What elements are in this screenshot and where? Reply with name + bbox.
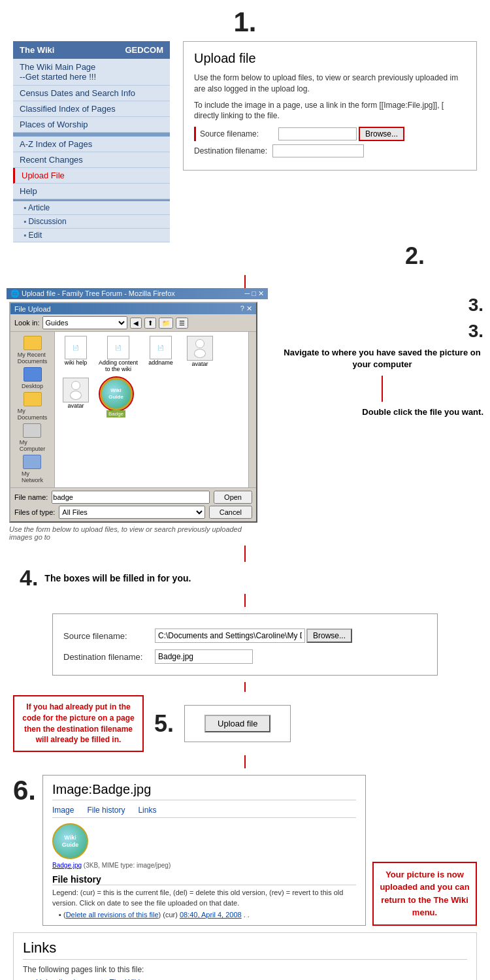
step3-right-annots: 3. 3. Navigate to where you have saved t…: [268, 288, 483, 542]
wiki-guide-badge-icon: WikiGuide: [52, 823, 88, 859]
source-input[interactable]: [278, 127, 357, 140]
step4-num: 4.: [20, 565, 38, 591]
step2-area: 2.: [13, 249, 477, 275]
my-computer-item[interactable]: MyComputer: [20, 423, 46, 452]
filetype-select[interactable]: All Files: [59, 506, 204, 519]
dialog-body: My RecentDocuments Desktop MyDocuments M…: [10, 332, 256, 487]
file-avatar2[interactable]: avatar: [59, 378, 93, 417]
file-addname[interactable]: 📄 addname: [144, 336, 178, 372]
connector-4: [244, 682, 246, 692]
file-dialog-outer: 🌐 Upload file - Family Tree Forum - Mozi…: [7, 288, 268, 542]
date-link[interactable]: 08:40, April 4, 2008: [180, 911, 242, 919]
step2-number: 2.: [405, 242, 425, 270]
connector-2: [244, 546, 246, 562]
file-badge[interactable]: WikiGuide Badge: [98, 378, 134, 417]
badge-link[interactable]: Badge.jpg: [52, 862, 82, 869]
upload-file-button[interactable]: Upload file: [204, 715, 270, 732]
back-btn[interactable]: ◀: [130, 318, 142, 329]
links-title: Links: [23, 939, 467, 960]
content-scrollbar[interactable]: [248, 332, 256, 487]
file-avatar1[interactable]: avatar: [183, 336, 217, 372]
browser-controls: ─ □ ✕: [244, 289, 264, 298]
dbl-click-annot: Double click the file you want.: [362, 407, 483, 417]
source-filled-input[interactable]: [155, 629, 305, 643]
filled-form: Source filename: Browse... Destination f…: [52, 613, 438, 676]
connector-5: [244, 755, 246, 768]
upload-panel: Upload file Use the form below to upload…: [183, 41, 477, 171]
up-btn[interactable]: ⬆: [144, 318, 156, 329]
dialog-inner-titlebar: File Upload ? ✕: [10, 303, 256, 314]
step6-annot: Your picture is now uploaded and you can…: [372, 862, 477, 926]
sidebar-item-az[interactable]: A-Z Index of Pages: [13, 137, 170, 152]
history-item: ▪ (Delete all revisions of this file) (c…: [59, 911, 356, 919]
step6-tabs: Image File history Links: [52, 806, 356, 818]
recent-docs-item[interactable]: My RecentDocuments: [18, 336, 48, 365]
sidebar-item-edit[interactable]: Edit: [13, 229, 170, 242]
sidebar-item-worship[interactable]: Places of Worship: [13, 117, 170, 133]
sidebar-item-main[interactable]: The Wiki Main Page--Get started here !!!: [13, 59, 170, 86]
dialog-toolbar: Look in: Guides ◀ ⬆ 📁 ☰: [10, 314, 256, 332]
my-docs-item[interactable]: MyDocuments: [18, 392, 48, 421]
sidebar: The Wiki GEDCOM The Wiki Main Page--Get …: [13, 41, 170, 242]
delete-link[interactable]: Delete all revisions of this file: [66, 911, 159, 919]
browse-filled-btn[interactable]: Browse...: [306, 629, 352, 643]
sidebar-item-census[interactable]: Census Dates and Search Info: [13, 86, 170, 101]
file-upload-dialog: File Upload ? ✕ Look in: Guides ◀ ⬆ 📁 ☰: [9, 302, 257, 523]
browser-titlebar: 🌐 Upload file - Family Tree Forum - Mozi…: [7, 288, 268, 299]
view-btn[interactable]: ☰: [176, 318, 188, 329]
step1-number: 1.: [233, 7, 256, 37]
file-wikihelp[interactable]: 📄 wiki help: [59, 336, 93, 372]
step5-row: If you had already put in the code for t…: [13, 695, 477, 752]
cancel-btn[interactable]: Cancel: [209, 506, 252, 519]
browse-button[interactable]: Browse...: [359, 127, 404, 141]
my-network-item[interactable]: MyNetwork: [22, 455, 43, 483]
filename-input[interactable]: [52, 491, 210, 504]
sidebar-item-discussion[interactable]: Discussion: [13, 215, 170, 229]
upload-para1: Use the form below to upload files, to v…: [194, 73, 466, 95]
dialog-win-btns[interactable]: ? ✕: [240, 304, 252, 313]
sidebar-item-article[interactable]: Article: [13, 201, 170, 215]
badge-link-label[interactable]: Badge.jpg (3KB, MIME type: image/jpeg): [52, 862, 356, 869]
links-para: The following pages link to this file:: [23, 965, 467, 974]
dest-filled-input[interactable]: [155, 649, 253, 664]
filetype-label: Files of type:: [14, 508, 55, 516]
step1-header: 1.: [0, 0, 490, 41]
upload-para2: To include the image in a page, use a li…: [194, 100, 466, 122]
tab-image[interactable]: Image: [52, 806, 74, 815]
legend-text: Legend: (cur) = this is the current file…: [52, 888, 356, 908]
source-filled-row: Source filename: Browse...: [63, 625, 427, 646]
step5-annot: If you had already put in the code for t…: [13, 695, 144, 752]
sidebar-item-classified[interactable]: Classified Index of Pages: [13, 101, 170, 117]
wiki-label[interactable]: The Wiki: [20, 45, 54, 55]
step6-title: Image:Badge.jpg: [52, 782, 356, 800]
tab-links[interactable]: Links: [138, 806, 156, 815]
desktop-item[interactable]: Desktop: [22, 367, 43, 389]
browser-title: 🌐 Upload file - Family Tree Forum - Mozi…: [10, 289, 175, 298]
dialog-content: 📄 wiki help 📄 Adding content to the wiki…: [55, 332, 256, 487]
tab-file-history[interactable]: File history: [87, 806, 125, 815]
filename-label: File name:: [14, 493, 48, 501]
step6-num: 6.: [13, 775, 36, 806]
step6-panel: Image:Badge.jpg Image File history Links…: [42, 775, 366, 926]
sidebar-item-help[interactable]: Help: [13, 184, 170, 199]
below-dialog-text: Use the form below to upload files, to v…: [9, 525, 265, 541]
connector-1: [244, 275, 246, 288]
open-btn[interactable]: Open: [214, 491, 252, 504]
sidebar-item-upload[interactable]: Upload File: [13, 168, 170, 184]
file-history-section: File history Legend: (cur) = this is the…: [52, 874, 356, 919]
file-adding[interactable]: 📄 Adding content to the wiki: [98, 336, 139, 372]
sidebar-item-recent[interactable]: Recent Changes: [13, 152, 170, 168]
dest-label: Destination filename:: [194, 146, 272, 155]
source-row: Source filename: Browse...: [194, 127, 466, 141]
upload-title: Upload file: [194, 51, 466, 66]
step6-section: 6. Image:Badge.jpg Image File history Li…: [13, 775, 477, 926]
dest-filled-row: Destination filename:: [63, 649, 427, 664]
step5-right: 5. Upload file: [154, 705, 291, 742]
source-label: Source filename:: [200, 129, 278, 139]
source-filled-label: Source filename:: [63, 631, 155, 641]
step3-instruction: Navigate to where you have saved the pic…: [281, 347, 483, 370]
new-folder-btn[interactable]: 📁: [159, 318, 173, 329]
sidebar-header: The Wiki GEDCOM: [13, 41, 170, 59]
look-in-select[interactable]: Guides: [42, 316, 127, 329]
dest-input[interactable]: [272, 144, 364, 157]
